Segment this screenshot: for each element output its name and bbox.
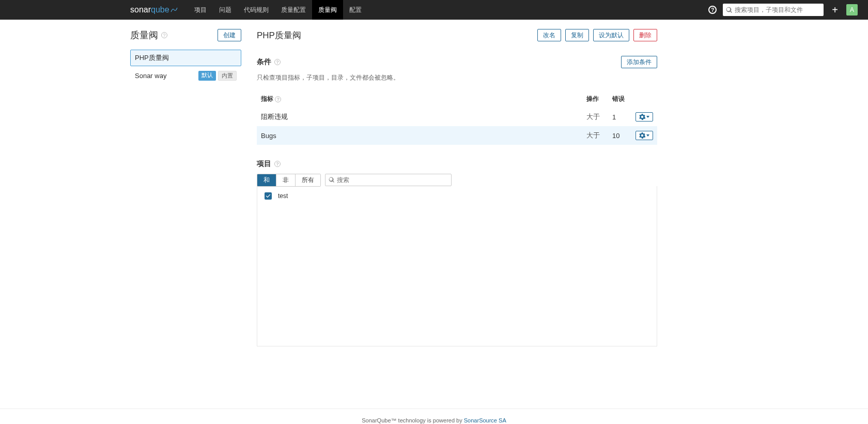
cond-operator: 大于 — [582, 126, 608, 145]
filter-tab-without[interactable]: 非 — [276, 174, 296, 186]
set-default-button[interactable]: 设为默认 — [593, 29, 629, 41]
projects-list: test — [257, 186, 657, 346]
rename-button[interactable]: 改名 — [537, 29, 561, 41]
th-operator: 操作 — [582, 90, 608, 108]
delete-button[interactable]: 删除 — [633, 29, 657, 41]
gear-icon — [639, 132, 645, 139]
projects-title-text: 项目 — [257, 159, 271, 169]
help-tooltip-icon[interactable]: ? — [161, 32, 167, 38]
condition-row: Bugs大于10 — [257, 126, 657, 145]
cond-metric: Bugs — [257, 126, 582, 145]
filter-tab-with[interactable]: 和 — [257, 174, 276, 186]
projects-title: 项目 ? — [257, 159, 657, 169]
quality-gate-list: PHP质量阀 Sonar way 默认 内置 — [130, 50, 241, 84]
project-checkbox[interactable] — [265, 192, 272, 200]
th-error: 错误 — [608, 90, 631, 108]
th-actions — [631, 90, 657, 108]
footer-sonarsource-link[interactable]: SonarSource SA — [464, 417, 506, 423]
search-icon — [726, 7, 733, 13]
help-tooltip-icon[interactable]: ? — [275, 96, 281, 102]
projects-search[interactable] — [325, 174, 452, 186]
conditions-title-text: 条件 — [257, 57, 271, 67]
filter-tab-all[interactable]: 所有 — [296, 174, 320, 186]
condition-settings-button[interactable] — [636, 112, 653, 122]
brand-part1: sonar — [130, 5, 151, 14]
logo-wave-icon — [171, 5, 178, 14]
cond-actions — [631, 126, 657, 145]
help-tooltip-icon[interactable]: ? — [274, 59, 281, 65]
projects-search-input[interactable] — [337, 176, 448, 184]
main-nav: 项目 问题 代码规则 质量配置 质量阀 配置 — [188, 0, 368, 20]
add-condition-button[interactable]: 添加条件 — [621, 56, 657, 68]
chevron-down-icon — [646, 116, 649, 118]
brand-logo[interactable]: sonarqube — [130, 5, 178, 14]
create-gate-button[interactable]: 创建 — [218, 29, 241, 41]
nav-rules[interactable]: 代码规则 — [238, 0, 275, 20]
gate-title: PHP质量阀 — [257, 29, 301, 41]
gate-name: PHP质量阀 — [135, 53, 169, 63]
footer-text: SonarQube™ technology is powered by — [362, 417, 464, 423]
create-new-button[interactable]: + — [830, 4, 840, 16]
sidebar-title-text: 质量阀 — [130, 29, 158, 41]
gear-icon — [639, 114, 645, 120]
cond-error: 10 — [608, 126, 631, 145]
gate-item-sonar-way[interactable]: Sonar way 默认 内置 — [130, 67, 241, 84]
project-item[interactable]: test — [261, 190, 653, 202]
gate-item-php[interactable]: PHP质量阀 — [130, 50, 241, 66]
navbar-right: ? + A — [708, 4, 858, 16]
conditions-note: 只检查项目指标，子项目，目录，文件都会被忽略。 — [257, 73, 657, 82]
conditions-header: 条件 ? 添加条件 — [257, 56, 657, 68]
default-badge: 默认 — [198, 71, 216, 81]
global-navbar: sonarqube 项目 问题 代码规则 质量配置 质量阀 配置 ? + A — [0, 0, 868, 20]
gate-actions: 改名 复制 设为默认 删除 — [537, 29, 657, 41]
check-icon — [266, 193, 271, 199]
gate-name: Sonar way — [135, 72, 166, 80]
cond-error: 1 — [608, 108, 631, 126]
projects-filter-row: 和 非 所有 — [257, 174, 657, 187]
page-footer: SonarQube™ technology is powered by Sona… — [0, 408, 868, 424]
help-tooltip-icon[interactable]: ? — [274, 161, 281, 167]
chevron-down-icon — [646, 134, 649, 137]
global-search-input[interactable] — [735, 6, 820, 13]
project-name: test — [278, 192, 288, 200]
builtin-badge: 内置 — [218, 71, 237, 81]
projects-section: 项目 ? 和 非 所有 test — [257, 159, 657, 346]
nav-quality-gates[interactable]: 质量阀 — [312, 0, 343, 20]
copy-button[interactable]: 复制 — [565, 29, 589, 41]
brand-part2: qube — [151, 5, 169, 14]
cond-operator: 大于 — [582, 108, 608, 126]
page-layout: 质量阀 ? 创建 PHP质量阀 Sonar way 默认 内置 PHP质量阀 改… — [0, 20, 672, 388]
gate-badges: 默认 内置 — [198, 71, 237, 81]
conditions-table: 指标 ? 操作 错误 阻断违规大于1Bugs大于10 — [257, 90, 657, 145]
cond-metric: 阻断违规 — [257, 108, 582, 126]
global-search[interactable] — [723, 4, 824, 16]
search-icon — [329, 177, 335, 183]
condition-row: 阻断违规大于1 — [257, 108, 657, 126]
th-metric: 指标 ? — [257, 90, 582, 108]
projects-filter-tabs: 和 非 所有 — [257, 174, 321, 187]
nav-profiles[interactable]: 质量配置 — [275, 0, 312, 20]
user-avatar[interactable]: A — [846, 4, 858, 16]
conditions-title: 条件 ? — [257, 57, 281, 67]
gate-header: PHP质量阀 改名 复制 设为默认 删除 — [257, 29, 657, 41]
condition-settings-button[interactable] — [636, 131, 653, 140]
help-icon[interactable]: ? — [708, 6, 717, 14]
sidebar: 质量阀 ? 创建 PHP质量阀 Sonar way 默认 内置 — [130, 20, 241, 388]
th-metric-label: 指标 — [261, 95, 273, 102]
main-content: PHP质量阀 改名 复制 设为默认 删除 条件 ? 添加条件 只检查项目指标，子… — [241, 20, 657, 388]
nav-admin[interactable]: 配置 — [343, 0, 368, 20]
cond-actions — [631, 108, 657, 126]
footer-line1: SonarQube™ technology is powered by Sona… — [0, 417, 868, 423]
sidebar-header: 质量阀 ? 创建 — [130, 29, 241, 50]
nav-projects[interactable]: 项目 — [188, 0, 213, 20]
page-title: 质量阀 ? — [130, 29, 167, 41]
nav-issues[interactable]: 问题 — [213, 0, 238, 20]
